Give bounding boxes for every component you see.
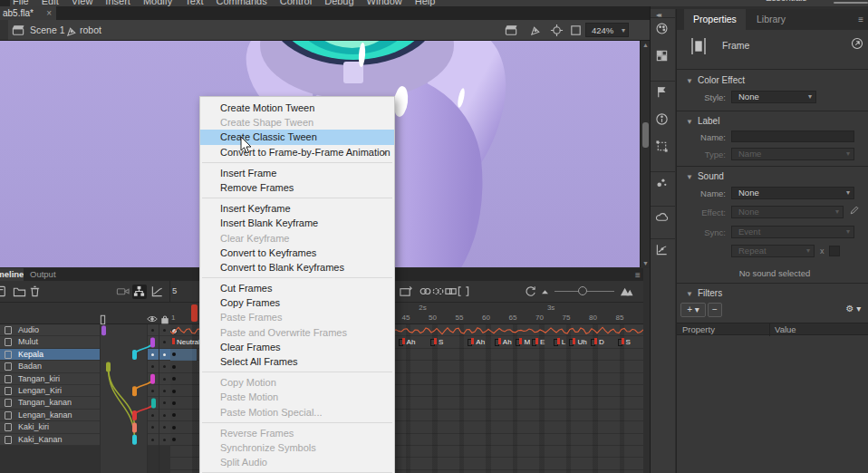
menu-debug[interactable]: Debug: [324, 0, 353, 6]
menu-text[interactable]: Text: [185, 0, 203, 6]
layer-parent-marker[interactable]: [132, 410, 137, 420]
layer-parent-marker[interactable]: [151, 399, 156, 409]
timeline-menu-icon[interactable]: ≡: [635, 270, 641, 280]
layer-parent-marker[interactable]: [132, 386, 137, 396]
scroll-up-icon[interactable]: ▲: [642, 42, 649, 48]
brush-library-icon[interactable]: [655, 176, 670, 191]
remove-filter-button[interactable]: −: [708, 303, 722, 317]
context-menu-item[interactable]: Convert to Blank Keyframes: [200, 260, 394, 275]
breadcrumb-scene[interactable]: Scene 1: [30, 24, 65, 35]
transform-icon[interactable]: [655, 140, 670, 155]
context-menu-item[interactable]: Cut Frames: [200, 281, 394, 295]
breadcrumb-symbol[interactable]: robot: [80, 24, 101, 35]
tab-output[interactable]: Output: [30, 269, 56, 279]
quick-share-icon[interactable]: [851, 37, 863, 50]
scroll-down-icon[interactable]: ▼: [642, 260, 649, 266]
align-icon[interactable]: [655, 85, 670, 101]
layer-depth-icon[interactable]: [150, 285, 165, 299]
zoom-select[interactable]: 424% ▾: [585, 23, 629, 37]
insert-keyframe-icon[interactable]: [399, 285, 413, 299]
zoom-in-hill-icon[interactable]: [620, 285, 634, 299]
workspace-switcher[interactable]: Essentials: [766, 0, 807, 3]
keyframe-dot[interactable]: [172, 438, 176, 441]
style-dropdown[interactable]: None▾: [731, 91, 816, 103]
color-icon[interactable]: [655, 22, 670, 37]
layer-parent-marker[interactable]: [106, 362, 111, 372]
tab-properties[interactable]: Properties: [684, 9, 746, 30]
tab-library[interactable]: Library: [747, 9, 795, 30]
frame-label[interactable]: Neutral: [177, 338, 200, 346]
menu-help[interactable]: Help: [415, 0, 436, 6]
frame-label[interactable]: Ah: [503, 338, 512, 346]
context-menu-item[interactable]: Insert Keyframe: [200, 201, 394, 216]
menu-edit[interactable]: Edit: [42, 0, 59, 6]
onion-range-icon[interactable]: [457, 285, 471, 299]
label-name-input[interactable]: [731, 130, 854, 142]
section-color-effect[interactable]: ▼Color Effect: [686, 75, 745, 85]
context-menu-item[interactable]: Create Motion Tween: [200, 101, 394, 115]
swatches-icon[interactable]: [655, 49, 670, 64]
clip-content-icon[interactable]: [569, 24, 583, 37]
keyframe-dot[interactable]: [172, 365, 176, 369]
frame-label[interactable]: S: [626, 338, 631, 346]
context-menu-item[interactable]: Copy Frames: [200, 295, 394, 310]
context-menu-item[interactable]: Convert to Frame-by-Frame Animation›: [200, 145, 394, 159]
menu-commands[interactable]: Commands: [216, 0, 266, 6]
delete-layer-icon[interactable]: [28, 285, 43, 299]
document-tab[interactable]: ab5.fla* ×: [0, 6, 56, 20]
frame-label[interactable]: Ah: [407, 338, 416, 346]
lock-icon[interactable]: [160, 314, 171, 323]
context-menu-item[interactable]: Insert Blank Keyframe: [200, 216, 394, 230]
playhead[interactable]: [191, 304, 198, 322]
section-sound[interactable]: ▼Sound: [686, 171, 724, 181]
context-menu-item[interactable]: Clear Frames: [200, 340, 394, 354]
keyframe-dot[interactable]: [172, 413, 176, 417]
camera-icon[interactable]: [116, 285, 130, 299]
section-label[interactable]: ▼Label: [686, 116, 719, 126]
frame-label[interactable]: S: [439, 338, 443, 346]
layer-parent-marker[interactable]: [132, 422, 137, 432]
add-filter-button[interactable]: + ▾: [680, 303, 706, 317]
keyframe-dot[interactable]: [172, 390, 176, 393]
section-filters[interactable]: ▼Filters: [686, 288, 722, 298]
info-icon[interactable]: [655, 112, 670, 128]
zoom-out-hill-icon[interactable]: [540, 285, 555, 299]
context-menu-item[interactable]: Insert Frame: [200, 166, 394, 180]
layer-parent-marker[interactable]: [132, 435, 137, 445]
new-folder-icon[interactable]: [13, 285, 27, 299]
menu-control[interactable]: Control: [280, 0, 312, 6]
edit-symbols-icon[interactable]: [529, 24, 543, 37]
context-menu-item[interactable]: Remove Frames: [200, 180, 394, 195]
zoom-slider-knob[interactable]: [578, 286, 587, 295]
layer-parent-marker[interactable]: [101, 325, 106, 335]
frame-label[interactable]: Ah: [476, 338, 485, 346]
frame-label[interactable]: M: [524, 338, 530, 346]
stage-vertical-scrollbar[interactable]: ▲ ▼: [640, 41, 650, 267]
close-tab-icon[interactable]: ×: [46, 6, 52, 20]
frame-label[interactable]: E: [540, 338, 545, 346]
tab-timeline[interactable]: Timeline: [0, 268, 24, 281]
creative-cloud-icon[interactable]: [655, 210, 670, 226]
layer-parent-marker[interactable]: [132, 350, 137, 360]
sound-name-dropdown[interactable]: None▾: [731, 187, 854, 199]
new-layer-icon[interactable]: [0, 285, 9, 299]
frame-label[interactable]: L: [562, 338, 565, 346]
filter-options-gear-icon[interactable]: ⚙ ▾: [842, 303, 865, 317]
layer-parent-marker[interactable]: [150, 374, 155, 384]
context-menu-item[interactable]: Create Classic Tween: [200, 130, 394, 144]
edit-scene-icon[interactable]: [505, 24, 518, 37]
menu-modify[interactable]: Modify: [143, 0, 172, 6]
back-button[interactable]: [0, 20, 8, 40]
scrollbar-thumb[interactable]: [642, 122, 649, 148]
loop-icon[interactable]: [524, 285, 538, 299]
keyframe-dot[interactable]: [172, 401, 176, 405]
keyframe-dot[interactable]: [172, 377, 176, 381]
eye-icon[interactable]: [147, 314, 158, 323]
frame-label[interactable]: Uh: [577, 338, 586, 346]
show-parenting-icon[interactable]: [132, 285, 147, 299]
menu-file[interactable]: File: [13, 0, 29, 6]
menu-insert[interactable]: Insert: [105, 0, 130, 6]
layer-parent-marker[interactable]: [150, 338, 155, 348]
panel-menu-icon[interactable]: ≡: [858, 14, 863, 24]
center-frame-icon[interactable]: [550, 24, 564, 37]
